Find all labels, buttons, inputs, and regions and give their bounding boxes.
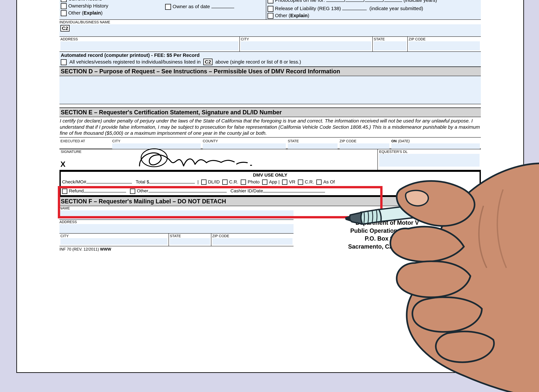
- opt-other-close: ): [101, 10, 103, 15]
- zip-label: ZIP CODE: [409, 37, 480, 41]
- cb-cr2[interactable]: [298, 179, 303, 185]
- exec-state-label: STATE: [288, 139, 299, 143]
- dmv-heading: DMV USE ONLY: [62, 173, 478, 178]
- exec-city-label: CITY: [112, 139, 120, 143]
- auto-header-2: Automated record (computer printout) - F…: [61, 53, 480, 58]
- opt-other-explain: Explain: [83, 10, 101, 15]
- lbl-refund: Refund: [69, 188, 84, 194]
- opt-other-a: Other (: [68, 10, 83, 15]
- cb-cr[interactable]: [222, 179, 227, 185]
- f-city-label: CITY: [60, 234, 168, 238]
- checkbox-owner-asof[interactable]: [165, 4, 171, 10]
- mail-line1: Department of Motor V: [294, 219, 481, 227]
- lbl-cashier: Cashier ID/Date: [231, 188, 263, 194]
- section-d-bar: SECTION D – Purpose of Request – See Ins…: [59, 67, 481, 76]
- cb-refund[interactable]: [62, 189, 67, 194]
- c2-tag-2: C2: [203, 59, 212, 65]
- state-label: STATE: [374, 37, 406, 41]
- opt-other-explain-b: Explain: [290, 13, 308, 18]
- checkbox-current-record[interactable]: [61, 0, 67, 2]
- opt-owner-asof-label: Owner as of date: [173, 4, 210, 9]
- opt-release-label: Release of Liability (REG 138): [275, 6, 341, 11]
- svg-point-0: [141, 149, 167, 167]
- indicate-submitted: (indicate year submitted): [370, 6, 423, 11]
- cb-dlid[interactable]: [201, 179, 207, 185]
- exec-date-label: (DATE): [398, 139, 410, 143]
- exec-on-label: ON: [391, 139, 397, 143]
- c2-tag: C2: [60, 25, 70, 32]
- checkbox-other-left[interactable]: [61, 10, 67, 16]
- all-vehicles-a: All vehicles/vessels registered to indiv…: [69, 59, 201, 64]
- sig-x: X: [60, 160, 66, 169]
- lbl-cr2: C.R.: [305, 179, 314, 184]
- lbl-asof: As Of: [323, 179, 335, 184]
- cert-statement: I certify (or declare) under penalty of …: [59, 117, 481, 137]
- lbl-vr: VR: [289, 179, 295, 184]
- footer-www: WWW: [100, 247, 111, 251]
- dmv-total: Total $: [136, 179, 149, 184]
- checkbox-all-vehicles[interactable]: [61, 59, 67, 65]
- cb-photo[interactable]: [241, 179, 246, 185]
- lbl-app: App |: [269, 179, 280, 184]
- mail-line4: Sacramento, CA 94244-2470: [294, 243, 481, 251]
- f-addr-label: ADDRESS: [59, 220, 294, 224]
- dmv-check: Check/MO#: [62, 179, 86, 184]
- signature-scribble: [130, 146, 254, 169]
- indicate-years: (indicate years): [404, 0, 437, 3]
- checkbox-photocopies[interactable]: [268, 0, 273, 3]
- opt-photo-label: Photocopies on file for:: [275, 0, 325, 3]
- section-d-body: [59, 76, 481, 104]
- lbl-dlid: DL/ID: [208, 179, 220, 184]
- mail-line3: P.O. Box 944247: [294, 235, 481, 243]
- mail-line0b: BOTH PAGES: [376, 212, 414, 218]
- exec-county-label: COUNTY: [203, 139, 218, 143]
- section-f-bar: SECTION F – Requester's Mailing Label – …: [59, 197, 481, 206]
- footer-rev: INF 70 (REV. 12/2011): [59, 247, 100, 251]
- page-frame: Automated record (computer printout) - F…: [16, 0, 524, 373]
- mail-line2: Public Operations — G199: [294, 227, 481, 235]
- checkbox-ownership-history[interactable]: [61, 3, 67, 9]
- cb-other[interactable]: [130, 189, 135, 194]
- city-label: CITY: [241, 37, 371, 41]
- exec-zip-label: ZIP CODE: [340, 139, 356, 143]
- lbl-other: Other: [137, 188, 148, 194]
- opt-history-label: Ownership History: [68, 3, 108, 9]
- f-state-label: STATE: [170, 234, 210, 238]
- lbl-cr: C.R.: [229, 179, 238, 184]
- f-zip-label: ZIP CODE: [212, 234, 293, 238]
- checkbox-release[interactable]: [268, 6, 273, 12]
- checkbox-other-right[interactable]: [268, 13, 273, 19]
- lbl-photo: Photo: [248, 179, 260, 184]
- opt-current-label: Current Record: [68, 0, 102, 1]
- req-dl-label: EQUESTER'S DL: [379, 150, 480, 154]
- cb-asof[interactable]: [316, 179, 322, 185]
- addr-label: ADDRESS: [60, 37, 238, 41]
- cb-vr[interactable]: [282, 179, 287, 185]
- executed-label: EXECUTED AT: [60, 139, 85, 143]
- all-vehicles-b: above (single record or list of 8 or les…: [215, 59, 301, 64]
- opt-other-b: Other (: [275, 13, 290, 18]
- mail-line0a: MAIL: [360, 212, 376, 218]
- f-name-label: NAME: [59, 206, 294, 210]
- form-body: Automated record (computer printout) - F…: [59, 0, 481, 252]
- ibn-label: INDIVIDUAL/BUSINESS NAME: [59, 20, 481, 24]
- opt-other-close-b: ): [308, 13, 309, 18]
- cb-app[interactable]: [262, 179, 267, 185]
- section-e-bar: SECTION E – Requester's Certification St…: [59, 107, 481, 117]
